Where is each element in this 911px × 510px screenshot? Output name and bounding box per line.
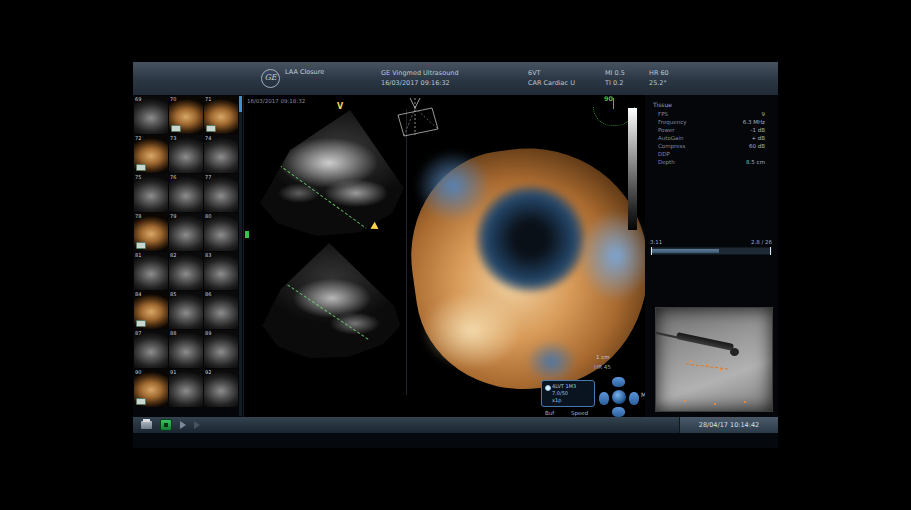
clip-thumbnail[interactable]: 75 xyxy=(134,174,168,212)
dpad-left-button[interactable] xyxy=(599,392,609,405)
4d-nav-widget: 4LVT 1M3 7.0/50 x1p Menu Buf Speed xyxy=(539,376,649,418)
clip-thumbnail[interactable]: 73 xyxy=(169,135,203,173)
clip-thumbnail[interactable]: 72 xyxy=(134,135,168,173)
forward-arrow-icon[interactable] xyxy=(194,421,200,429)
clip-thumbnail[interactable]: 70 xyxy=(169,96,203,134)
clip-number: 73 xyxy=(170,135,176,141)
ti-value: TI 0.2 xyxy=(605,78,625,88)
probe-status-box: 4LVT 1M3 7.0/50 x1p xyxy=(541,380,595,407)
clip-number: 78 xyxy=(135,213,141,219)
parameter-panel: Tissue FPS 9 Frequency 6.3 MHz Power xyxy=(645,95,778,417)
cine-time-label: 3:11 xyxy=(650,239,662,245)
tissue-title: Tissue xyxy=(653,101,765,108)
clip-number: 70 xyxy=(170,96,176,102)
param-value: 6.3 MHz xyxy=(743,119,765,127)
bottom-strip xyxy=(133,433,778,448)
ge-logo-icon: GE xyxy=(261,69,280,88)
tissue-rows: FPS 9 Frequency 6.3 MHz Power -1 dB xyxy=(653,111,765,167)
probe-status-line1: 4LVT 1M3 xyxy=(552,383,592,390)
highlight-shading xyxy=(422,292,521,369)
probe-status-line2: 7.0/50 xyxy=(552,390,592,397)
tissue-row: Compress 60 dB xyxy=(653,143,765,151)
heart-rate-value: HR 60 xyxy=(649,68,669,78)
param-label: FPS xyxy=(658,111,668,119)
clip-number: 84 xyxy=(135,291,141,297)
clip-thumbnail[interactable]: 92 xyxy=(204,369,238,407)
dial-needle xyxy=(613,98,614,109)
v-orientation-marker: V xyxy=(337,102,343,111)
probe-status-line3: x1p xyxy=(552,397,592,404)
clip-thumbnail[interactable]: 87 xyxy=(134,330,168,368)
overlay-dot xyxy=(720,369,722,371)
clip-thumbnail[interactable]: 81 xyxy=(134,252,168,290)
cine-scrubber: 3:11 2.8 / 26 xyxy=(650,239,772,255)
clip-number: 82 xyxy=(170,252,176,258)
clip-number: 89 xyxy=(205,330,211,336)
3d-volume-render xyxy=(413,148,648,388)
clip-thumbnail[interactable]: 69 xyxy=(134,96,168,134)
clip-thumbnail[interactable]: 71 xyxy=(204,96,238,134)
scrollbar-thumb[interactable] xyxy=(239,96,242,112)
clip-thumbnail[interactable]: 78 xyxy=(134,213,168,251)
next-arrow-icon[interactable] xyxy=(180,421,186,429)
system-info: GE Vingmed Ultrasound 16/03/2017 09:16:3… xyxy=(381,68,459,88)
clip-thumbnail[interactable]: 83 xyxy=(204,252,238,290)
clip-number: 79 xyxy=(170,213,176,219)
clip-number: 91 xyxy=(170,369,176,375)
save-media-icon[interactable] xyxy=(160,419,172,431)
clip-thumbnail[interactable]: 84 xyxy=(134,291,168,329)
clip-number: 69 xyxy=(135,96,141,102)
clipboard-sidebar: 69 70 71 72 73 74 xyxy=(133,95,243,417)
clip-number: 74 xyxy=(205,135,211,141)
param-value: 60 dB xyxy=(749,143,765,151)
param-value: -1 dB xyxy=(751,127,766,135)
param-label: Depth xyxy=(658,159,675,167)
cine-slider[interactable] xyxy=(650,247,772,255)
measurement-line xyxy=(250,144,372,233)
clip-thumbnail[interactable]: 86 xyxy=(204,291,238,329)
buf-label: Buf xyxy=(545,410,554,416)
clip-thumbnail[interactable]: 82 xyxy=(169,252,203,290)
clip-number: 72 xyxy=(135,135,141,141)
clip-thumbnail[interactable]: 85 xyxy=(169,291,203,329)
clip-thumbnail[interactable]: 90 xyxy=(134,369,168,407)
overlay-dot xyxy=(690,360,692,362)
overlay-dot xyxy=(744,401,746,403)
clipboard-scrollbar[interactable] xyxy=(239,96,242,416)
tissue-row: DDP xyxy=(653,151,765,159)
2d-sector-image-top xyxy=(257,110,407,236)
acquisition-timestamp: 16/03/2017 09:18:32 xyxy=(247,98,305,104)
param-value: 9 xyxy=(762,111,766,119)
clip-number: 86 xyxy=(205,291,211,297)
dpad-control[interactable] xyxy=(599,377,639,417)
tissue-settings: Tissue FPS 9 Frequency 6.3 MHz Power xyxy=(653,101,765,167)
dpad-right-button[interactable] xyxy=(629,392,639,405)
clip-thumbnail[interactable]: 91 xyxy=(169,369,203,407)
render-hr-label: HR 45 xyxy=(594,364,611,370)
fluoroscopy-image xyxy=(655,307,773,412)
clip-number: 92 xyxy=(205,369,211,375)
cine-end-cap[interactable] xyxy=(770,247,771,255)
dpad-down-button[interactable] xyxy=(612,407,625,417)
print-icon[interactable] xyxy=(141,421,152,429)
exam-datetime: 16/03/2017 09:16:32 xyxy=(381,78,459,88)
clip-thumbnail[interactable]: 77 xyxy=(204,174,238,212)
dpad-center-button[interactable] xyxy=(612,390,626,404)
cine-start-cap[interactable] xyxy=(651,247,652,255)
param-value: 8.5 cm xyxy=(746,159,765,167)
param-label: Frequency xyxy=(658,119,686,127)
clip-thumbnail[interactable]: 79 xyxy=(169,213,203,251)
dpad-up-button[interactable] xyxy=(612,377,625,387)
clip-thumbnail[interactable]: 74 xyxy=(204,135,238,173)
probe-name: 6VT xyxy=(528,68,575,78)
tissue-row: AutoGain + dB xyxy=(653,135,765,143)
clip-number: 81 xyxy=(135,252,141,258)
clip-thumbnail[interactable]: 89 xyxy=(204,330,238,368)
param-label: Compress xyxy=(658,143,685,151)
clip-thumbnail[interactable]: 76 xyxy=(169,174,203,212)
clip-thumbnail[interactable]: 80 xyxy=(204,213,238,251)
application-name: CAR Cardiac U xyxy=(528,78,575,88)
blue-shading xyxy=(578,210,653,301)
laa-orifice xyxy=(476,186,584,292)
clip-thumbnail[interactable]: 88 xyxy=(169,330,203,368)
